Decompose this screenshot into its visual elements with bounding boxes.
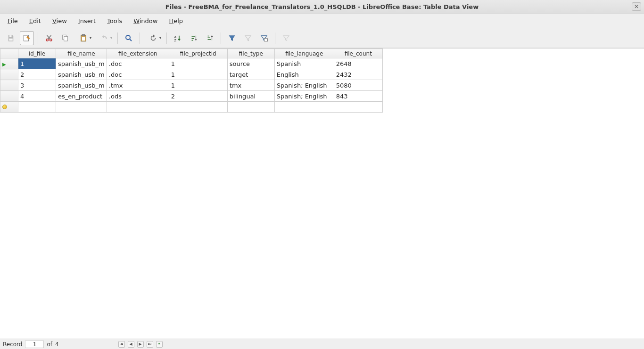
column-header[interactable]: file_language — [274, 49, 334, 58]
cell[interactable]: 2 — [18, 69, 56, 80]
table-row[interactable]: 2spanish_usb_m.doc1targetEnglish2432 — [0, 69, 383, 80]
search-icon — [124, 34, 133, 42]
table-row[interactable]: 4es_en_product.ods2bilingualSpanish; Eng… — [0, 91, 383, 102]
table-row[interactable]: ▶1spanish_usb_m.doc1sourceSpanish2648 — [0, 58, 383, 69]
menu-insert[interactable]: Insert — [74, 16, 100, 26]
menu-edit[interactable]: Edit — [25, 16, 46, 26]
cell[interactable]: 1 — [18, 58, 56, 69]
cell[interactable]: spanish_usb_m — [56, 69, 107, 80]
column-header[interactable]: file_type — [227, 49, 274, 58]
autofilter-button[interactable] — [225, 31, 239, 45]
header-row: id_file file_name file_extension file_pr… — [0, 49, 383, 58]
cell[interactable]: .ods — [107, 91, 169, 102]
cell-empty[interactable] — [56, 102, 107, 113]
cell[interactable]: tmx — [227, 80, 274, 91]
copy-button[interactable] — [58, 31, 72, 45]
cell-empty[interactable] — [227, 102, 274, 113]
row-marker-header[interactable] — [0, 49, 18, 58]
apply-filter-button[interactable] — [241, 31, 255, 45]
cell[interactable]: 4 — [18, 91, 56, 102]
row-marker[interactable] — [0, 91, 18, 102]
save-button[interactable] — [4, 31, 18, 45]
cell[interactable]: .doc — [107, 58, 169, 69]
menu-help[interactable]: Help — [164, 16, 188, 26]
cell[interactable]: .doc — [107, 69, 169, 80]
cell[interactable]: 2648 — [334, 58, 382, 69]
menu-view[interactable]: View — [48, 16, 72, 26]
window-title: Files - FreeBMA_for_Freelance_Translator… — [165, 3, 479, 10]
cell[interactable]: Spanish; English — [274, 80, 334, 91]
cell[interactable]: 1 — [169, 69, 227, 80]
new-row[interactable] — [0, 102, 383, 113]
cell[interactable]: 1 — [169, 80, 227, 91]
cell[interactable]: 2 — [169, 91, 227, 102]
row-marker-new[interactable] — [0, 102, 18, 113]
svg-rect-0 — [9, 35, 12, 37]
table-row[interactable]: 3spanish_usb_m.tmx1tmxSpanish; English50… — [0, 80, 383, 91]
refresh-button[interactable] — [144, 31, 163, 45]
cell-empty[interactable] — [107, 102, 169, 113]
cell[interactable]: 1 — [169, 58, 227, 69]
nav-new-button[interactable]: ✶ — [156, 341, 163, 348]
nav-next-button[interactable]: ▶ — [137, 341, 144, 348]
cell[interactable]: source — [227, 58, 274, 69]
undo-button[interactable] — [95, 31, 114, 45]
sort-button[interactable]: AZ — [171, 31, 185, 45]
menu-window[interactable]: Window — [129, 16, 162, 26]
column-header[interactable]: file_projectid — [169, 49, 227, 58]
column-header[interactable]: id_file — [18, 49, 56, 58]
menu-file[interactable]: File — [3, 16, 23, 26]
window-close-button[interactable]: ✕ — [632, 2, 641, 11]
find-button[interactable] — [122, 31, 136, 45]
cell[interactable]: es_en_product — [56, 91, 107, 102]
cell[interactable]: Spanish; English — [274, 91, 334, 102]
filter-dialog-icon — [260, 34, 268, 42]
cell[interactable]: 5080 — [334, 80, 382, 91]
remove-filter-button[interactable] — [279, 31, 293, 45]
nav-prev-button[interactable]: ◀ — [128, 341, 134, 348]
svg-rect-13 — [264, 38, 268, 41]
cell-empty[interactable] — [18, 102, 56, 113]
svg-rect-6 — [64, 36, 68, 41]
cell[interactable]: English — [274, 69, 334, 80]
nav-first-button[interactable]: ⏮ — [118, 341, 125, 348]
cell[interactable]: 843 — [334, 91, 382, 102]
autofilter-icon — [228, 34, 236, 42]
refresh-icon — [149, 34, 157, 42]
toolbar-separator — [38, 32, 38, 44]
paste-button[interactable] — [74, 31, 93, 45]
cell[interactable]: spanish_usb_m — [56, 58, 107, 69]
row-marker[interactable] — [0, 80, 18, 91]
sort-desc-button[interactable] — [203, 31, 217, 45]
cell[interactable]: .tmx — [107, 80, 169, 91]
edit-data-button[interactable] — [20, 31, 34, 45]
record-label: Record — [3, 341, 22, 348]
cell-empty[interactable] — [169, 102, 227, 113]
scissors-icon — [45, 34, 53, 42]
cell[interactable]: spanish_usb_m — [56, 80, 107, 91]
sort-asc-button[interactable] — [187, 31, 201, 45]
new-row-indicator-icon — [2, 105, 7, 109]
nav-last-button[interactable]: ⏭ — [147, 341, 153, 348]
column-header[interactable]: file_count — [334, 49, 382, 58]
row-marker[interactable] — [0, 69, 18, 80]
cell[interactable]: Spanish — [274, 58, 334, 69]
column-header[interactable]: file_extension — [107, 49, 169, 58]
cell-empty[interactable] — [334, 102, 382, 113]
sort-asc-icon — [190, 34, 198, 42]
row-marker[interactable]: ▶ — [0, 58, 18, 69]
data-grid[interactable]: id_file file_name file_extension file_pr… — [0, 48, 644, 339]
cut-button[interactable] — [42, 31, 56, 45]
standard-filter-button[interactable] — [257, 31, 271, 45]
record-number-input[interactable]: 1 — [25, 341, 44, 348]
cell[interactable]: 3 — [18, 80, 56, 91]
cell-empty[interactable] — [274, 102, 334, 113]
cell[interactable]: target — [227, 69, 274, 80]
cell[interactable]: bilingual — [227, 91, 274, 102]
sort-desc-icon — [206, 34, 214, 42]
cell[interactable]: 2432 — [334, 69, 382, 80]
toolbar: AZ — [0, 28, 644, 48]
toolbar-separator — [221, 32, 221, 44]
column-header[interactable]: file_name — [56, 49, 107, 58]
menu-tools[interactable]: Tools — [102, 16, 127, 26]
